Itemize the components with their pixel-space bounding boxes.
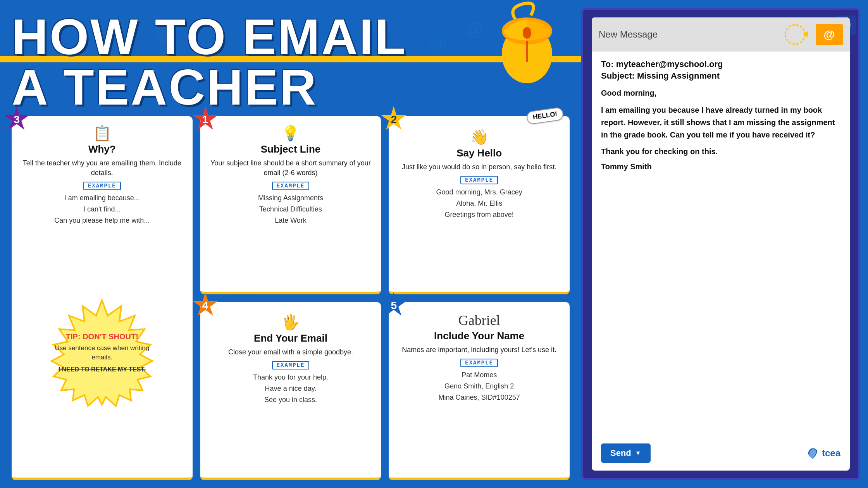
badge-2: 2	[380, 105, 407, 134]
email-greeting: Good morning,	[601, 89, 840, 98]
card-2-body: Just like you would do so in person, say…	[396, 162, 562, 172]
card-3-body: Tell the teacher why you are emailing th…	[19, 158, 185, 178]
card-1-example-label: EXAMPLE	[272, 182, 310, 190]
card-4-body: Close your email with a simple goodbye.	[208, 347, 374, 357]
tip-strikethrough: I NEED TO RETAKE MY TEST.	[52, 366, 152, 373]
badge-3: 3	[3, 105, 30, 134]
wave-icon: 🖐️	[208, 314, 374, 331]
card-5-example-label: EXAMPLE	[460, 359, 498, 367]
page-title-line2: A TEACHER	[12, 62, 407, 112]
card-1-title: Subject Line	[208, 143, 374, 155]
card-4-example-text: Thank you for your help. Have a nice day…	[208, 372, 374, 405]
email-paragraph1: I am emailing you because I have already…	[601, 104, 840, 141]
email-compose-box: New Message @ To: myt	[592, 17, 850, 471]
send-arrow-icon: ▼	[635, 450, 641, 457]
badge-4: 4	[192, 291, 219, 320]
card-3-example-label: EXAMPLE	[83, 182, 121, 190]
email-signature: Tommy Smith	[601, 162, 840, 436]
card-4-example-label: EXAMPLE	[272, 361, 310, 369]
email-subject: Subject: Missing Assignment	[601, 71, 840, 81]
svg-marker-11	[803, 31, 808, 38]
tip-text: Use sentence case when writing emails.	[52, 344, 152, 362]
tcea-logo: tcea	[805, 445, 840, 461]
badge-5: 5	[380, 291, 407, 320]
email-header-bar: New Message @	[592, 17, 850, 52]
left-content: HOW TO EMAIL A TEACHER	[0, 0, 581, 488]
dashed-circle-icon	[782, 23, 813, 46]
send-button[interactable]: Send ▼	[601, 443, 651, 463]
title-section: HOW TO EMAIL A TEACHER	[12, 12, 570, 112]
email-to: To: myteacher@myschool.org	[601, 59, 840, 69]
tip-content: TIP: DON'T SHOUT! Use sentence case when…	[40, 325, 164, 381]
card-5-title: Include Your Name	[396, 330, 562, 342]
tip-section: TIP: DON'T SHOUT! Use sentence case when…	[19, 234, 185, 471]
card-5-body: Names are important, including yours! Le…	[396, 345, 562, 355]
new-message-label: New Message	[599, 29, 658, 40]
send-label: Send	[610, 448, 631, 458]
card-2-say-hello: 2 HELLO! 👋 Say Hello Just like you would…	[389, 116, 570, 294]
card-5-include-name: 5 Gabriel Include Your Name Names are im…	[389, 302, 570, 480]
card-2-example-text: Good morning, Mrs. Gracey Aloha, Mr. Ell…	[396, 187, 562, 220]
card-5-example-text: Pat Momes Geno Smith, English 2 Mina Cai…	[396, 369, 562, 403]
badge-1: 1	[192, 105, 219, 134]
card-4-end-email: 4 🖐️ End Your Email Close your email wit…	[200, 302, 381, 480]
lightbulb-icon: 💡	[208, 125, 374, 142]
hello-icon: 👋	[396, 129, 562, 146]
email-closing: Thank you for checking on this.	[601, 147, 840, 156]
card-2-title: Say Hello	[396, 147, 562, 159]
email-icon-area: @	[782, 23, 843, 46]
card-4-title: End Your Email	[208, 332, 374, 344]
card-2-example-label: EXAMPLE	[460, 176, 498, 184]
card-3-why: 3 📋 Why? Tell the teacher why you are em…	[12, 116, 193, 480]
card-1-subject-line: 1 💡 Subject Line Your subject line shoul…	[200, 116, 381, 294]
tcea-swoosh-icon	[805, 445, 820, 461]
svg-rect-3	[523, 27, 531, 39]
mouse-graphic	[492, 0, 570, 94]
svg-point-10	[785, 25, 805, 44]
envelope-icon: @	[816, 24, 843, 45]
cursive-signature: Gabriel	[396, 312, 562, 328]
right-panel: @ New Message @	[581, 8, 860, 480]
card-1-body: Your subject line should be a short summ…	[208, 158, 374, 178]
email-content: To: myteacher@myschool.org Subject: Miss…	[592, 52, 850, 471]
card-3-example-text: I am emailing because... I can't find...…	[19, 192, 185, 226]
notepad-icon: 📋	[19, 125, 185, 142]
tip-label: TIP: DON'T SHOUT!	[52, 332, 152, 341]
card-3-title: Why?	[19, 143, 185, 155]
tcea-label: tcea	[822, 448, 840, 459]
card-1-example-text: Missing Assignments Technical Difficulti…	[208, 192, 374, 226]
page-title-line1: HOW TO EMAIL	[12, 12, 407, 62]
email-footer: Send ▼ tcea	[601, 443, 840, 463]
